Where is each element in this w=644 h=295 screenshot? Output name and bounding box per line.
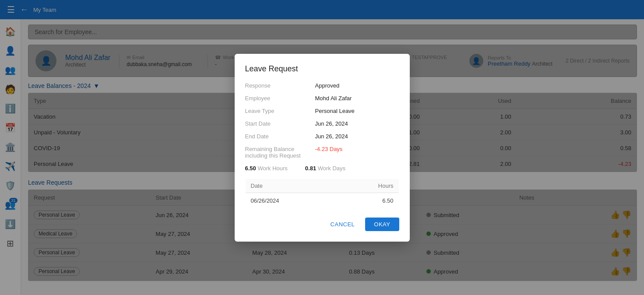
okay-button[interactable]: OKAY bbox=[365, 218, 399, 231]
remaining-balance-value: -4.23 Days bbox=[315, 146, 343, 159]
remaining-balance-label: Remaining Balance including this Request bbox=[245, 146, 315, 159]
modal-dates-table: Date Hours 06/26/2024 6.50 bbox=[245, 179, 399, 209]
modal-field-response: Response Approved bbox=[245, 82, 399, 89]
modal-overlay: Leave Request Response Approved Employee… bbox=[0, 0, 644, 295]
cancel-button[interactable]: CANCEL bbox=[325, 218, 360, 231]
modal-label-employee: Employee bbox=[245, 95, 315, 102]
modal-actions: CANCEL OKAY bbox=[245, 218, 399, 231]
modal-field-end_date: End Date Jun 26, 2024 bbox=[245, 133, 399, 140]
modal-value-employee: Mohd Ali Zafar bbox=[315, 95, 352, 102]
modal-table-row: 06/26/2024 6.50 bbox=[245, 193, 399, 208]
modal-date-cell: 06/26/2024 bbox=[245, 193, 338, 208]
modal-value-start_date: Jun 26, 2024 bbox=[315, 120, 348, 127]
modal-field-start_date: Start Date Jun 26, 2024 bbox=[245, 120, 399, 127]
modal-field-leave_type: Leave Type Personal Leave bbox=[245, 108, 399, 114]
modal-value-leave_type: Personal Leave bbox=[315, 108, 355, 114]
remaining-balance-field: Remaining Balance including this Request… bbox=[245, 146, 399, 159]
work-days: 0.81 Work Days bbox=[305, 165, 345, 172]
modal-label-end_date: End Date bbox=[245, 133, 315, 140]
modal-title: Leave Request bbox=[245, 64, 399, 74]
modal-label-response: Response bbox=[245, 82, 315, 89]
modal-col-hours: Hours bbox=[338, 179, 399, 193]
modal-field-employee: Employee Mohd Ali Zafar bbox=[245, 95, 399, 102]
modal-label-start_date: Start Date bbox=[245, 120, 315, 127]
modal-col-date: Date bbox=[245, 179, 338, 193]
modal-label-leave_type: Leave Type bbox=[245, 108, 315, 114]
work-info: 6.50 Work Hours 0.81 Work Days bbox=[245, 165, 399, 172]
leave-request-modal: Leave Request Response Approved Employee… bbox=[235, 54, 410, 242]
modal-value-response: Approved bbox=[315, 82, 340, 89]
work-hours: 6.50 Work Hours bbox=[245, 165, 288, 172]
modal-hours-cell: 6.50 bbox=[338, 193, 399, 208]
modal-value-end_date: Jun 26, 2024 bbox=[315, 133, 348, 140]
